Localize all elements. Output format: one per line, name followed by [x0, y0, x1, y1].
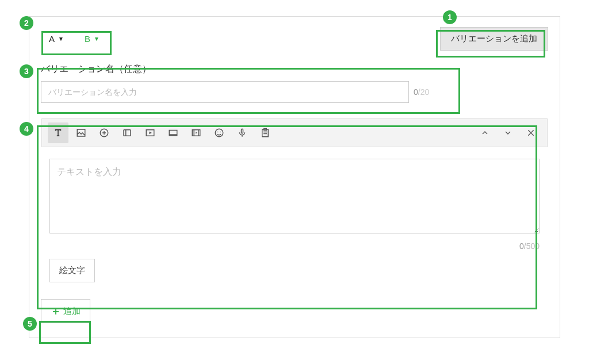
voice-tool-icon[interactable] [232, 122, 253, 143]
svg-point-6 [217, 132, 219, 133]
annotation-badge-5: 5 [23, 317, 37, 331]
textarea-wrap [41, 147, 548, 239]
message-counter: 0/500 [41, 239, 548, 256]
main-panel: A ▼ B ▼ バリエーションを追加 バリエーション名（任意） 0/20 [29, 16, 560, 338]
add-circle-icon[interactable] [94, 122, 114, 143]
coupon-tool-icon[interactable] [117, 122, 137, 143]
tab-b[interactable]: B ▼ [77, 30, 108, 47]
card-tool-icon[interactable] [163, 122, 183, 143]
add-block-button[interactable]: ＋追加 [41, 299, 90, 323]
message-count: 0 [519, 242, 524, 251]
plus-icon: ＋ [51, 304, 61, 318]
move-up-icon[interactable] [475, 122, 495, 143]
svg-rect-1 [124, 130, 131, 136]
video-tool-icon[interactable] [140, 122, 160, 143]
message-editor: 0/500 絵文字 [41, 118, 548, 283]
move-down-icon[interactable] [498, 122, 518, 143]
add-block-label: 追加 [63, 306, 81, 317]
emoji-button[interactable]: 絵文字 [49, 259, 95, 282]
image-tool-icon[interactable] [71, 122, 91, 143]
richvideo-tool-icon[interactable] [186, 122, 206, 143]
text-tool-icon[interactable] [48, 122, 68, 143]
tab-a-label: A [49, 34, 55, 44]
svg-rect-8 [242, 129, 243, 133]
top-row: A ▼ B ▼ バリエーションを追加 [41, 27, 548, 51]
tab-b-label: B [85, 34, 90, 44]
variation-name-row: 0/20 [41, 81, 548, 103]
editor-toolbar [41, 118, 548, 147]
annotation-badge-3: 3 [20, 64, 33, 78]
tab-a[interactable]: A ▼ [41, 30, 72, 47]
variation-name-label: バリエーション名（任意） [41, 63, 548, 75]
variation-tabs: A ▼ B ▼ [41, 30, 108, 47]
svg-point-7 [220, 132, 221, 133]
variation-name-input[interactable] [41, 81, 409, 103]
add-variation-button[interactable]: バリエーションを追加 [440, 27, 548, 51]
variation-name-limit: /20 [418, 87, 429, 97]
svg-point-5 [215, 129, 223, 137]
variation-name-counter: 0/20 [414, 87, 429, 97]
caret-down-icon: ▼ [94, 36, 100, 42]
message-limit: /500 [524, 242, 540, 251]
message-textarea[interactable] [49, 159, 540, 233]
variation-name-count: 0 [414, 87, 418, 97]
annotation-badge-4: 4 [20, 122, 33, 136]
annotation-badge-2: 2 [20, 16, 33, 30]
annotation-badge-1: 1 [443, 10, 457, 24]
close-icon[interactable] [521, 122, 541, 143]
caret-down-icon: ▼ [58, 36, 64, 42]
survey-tool-icon[interactable] [255, 122, 276, 143]
emoji-tool-icon[interactable] [209, 122, 230, 143]
